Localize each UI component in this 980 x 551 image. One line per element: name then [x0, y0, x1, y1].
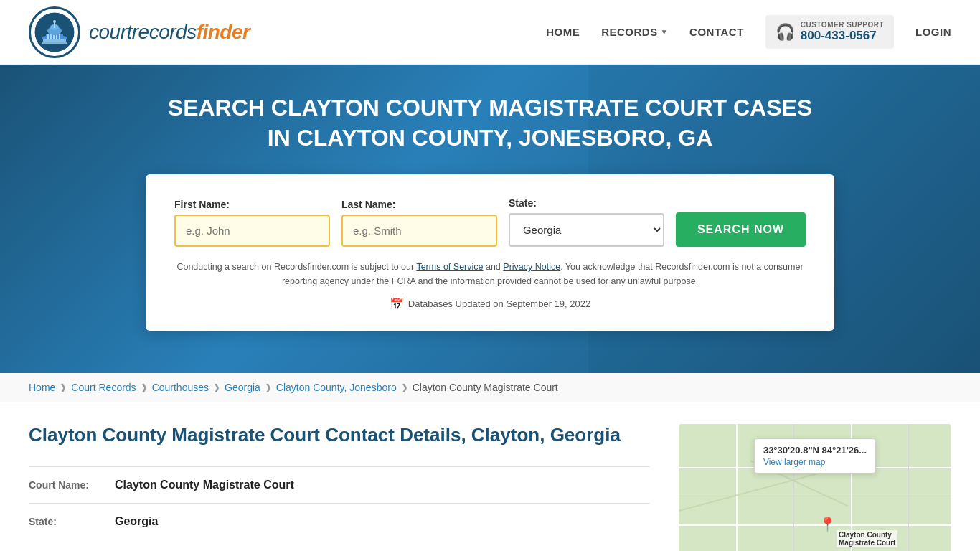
court-name-value: Clayton County Magistrate Court [115, 479, 294, 491]
content-left: Clayton County Magistrate Court Contact … [29, 424, 650, 551]
map-tooltip: 33°30'20.8"N 84°21'26... View larger map [754, 438, 876, 474]
breadcrumb-sep-2: ❱ [141, 382, 148, 392]
svg-rect-10 [54, 22, 55, 28]
page-heading: Clayton County Magistrate Court Contact … [29, 424, 650, 446]
breadcrumb-sep-5: ❱ [401, 382, 408, 392]
breadcrumb-georgia[interactable]: Georgia [225, 382, 260, 393]
nav-home[interactable]: HOME [546, 26, 580, 38]
content-area: Clayton County Magistrate Court Contact … [0, 402, 980, 551]
hero-section: SEARCH CLAYTON COUNTY MAGISTRATE COURT C… [0, 65, 980, 373]
map-larger-link[interactable]: View larger map [763, 457, 867, 467]
breadcrumb-sep-1: ❱ [60, 382, 67, 392]
nav-contact[interactable]: CONTACT [689, 26, 744, 38]
map-container: Clayton State Clayton CountyMagistrate C… [679, 424, 951, 551]
map-coords: 33°30'20.8"N 84°21'26... [763, 445, 867, 456]
svg-rect-4 [50, 34, 52, 39]
map-road-diagonal-2 [679, 473, 817, 512]
logo-area[interactable]: courtrecordsfinder [29, 6, 250, 58]
breadcrumb-county[interactable]: Clayton County, Jonesboro [276, 382, 397, 393]
breadcrumb-current: Clayton County Magistrate Court [413, 382, 558, 393]
first-name-input[interactable] [174, 215, 330, 247]
svg-rect-7 [59, 34, 60, 39]
svg-point-11 [53, 20, 56, 23]
state-detail-value: Georgia [115, 515, 158, 528]
phone-info: CUSTOMER SUPPORT 800-433-0567 [801, 21, 884, 43]
map-background: Clayton State Clayton CountyMagistrate C… [679, 424, 951, 551]
svg-rect-3 [47, 34, 49, 39]
map-road [736, 424, 738, 551]
nav-login[interactable]: LOGIN [915, 26, 951, 38]
breadcrumb-sep-3: ❱ [213, 382, 220, 392]
last-name-group: Last Name: [341, 199, 497, 247]
site-header: courtrecordsfinder HOME RECORDS ▼ CONTAC… [0, 0, 980, 65]
svg-rect-6 [56, 34, 57, 39]
map-road [679, 524, 951, 526]
state-detail-label: State: [29, 516, 108, 527]
state-row: State: Georgia [29, 503, 650, 540]
map-pin-icon: 📍 [819, 516, 837, 533]
search-disclaimer: Conducting a search on Recordsfinder.com… [174, 260, 806, 288]
db-updated: 📅 Databases Updated on September 19, 202… [174, 297, 806, 311]
svg-rect-5 [53, 34, 55, 39]
breadcrumb-sep-4: ❱ [265, 382, 272, 392]
map-label-magistrate: Clayton CountyMagistrate Court [837, 530, 897, 547]
main-nav: HOME RECORDS ▼ CONTACT 🎧 CUSTOMER SUPPOR… [546, 15, 951, 49]
phone-label: CUSTOMER SUPPORT [801, 21, 884, 29]
nav-records[interactable]: RECORDS ▼ [601, 26, 668, 38]
logo-icon [29, 6, 80, 58]
logo-text: courtrecordsfinder [89, 21, 250, 44]
svg-rect-13 [42, 42, 67, 44]
chevron-down-icon: ▼ [661, 28, 668, 36]
search-card: First Name: Last Name: State: Georgia Al… [146, 174, 834, 331]
state-label: State: [509, 197, 664, 209]
phone-number: 800-433-0567 [801, 29, 884, 43]
last-name-label: Last Name: [341, 199, 497, 210]
headset-icon: 🎧 [776, 23, 795, 42]
svg-rect-12 [43, 39, 66, 42]
breadcrumb-court-records[interactable]: Court Records [71, 382, 136, 393]
phone-block[interactable]: 🎧 CUSTOMER SUPPORT 800-433-0567 [765, 15, 894, 49]
calendar-icon: 📅 [390, 297, 404, 311]
last-name-input[interactable] [341, 215, 497, 247]
first-name-label: First Name: [174, 199, 330, 210]
hero-title: SEARCH CLAYTON COUNTY MAGISTRATE COURT C… [167, 93, 813, 153]
tos-link[interactable]: Terms of Service [416, 262, 483, 272]
state-select[interactable]: Georgia Alabama Florida Tennessee [509, 213, 664, 247]
privacy-link[interactable]: Privacy Notice [503, 262, 560, 272]
breadcrumb-courthouses[interactable]: Courthouses [152, 382, 209, 393]
map-road [908, 424, 909, 551]
search-fields: First Name: Last Name: State: Georgia Al… [174, 197, 806, 247]
first-name-group: First Name: [174, 199, 330, 247]
breadcrumb: Home ❱ Court Records ❱ Courthouses ❱ Geo… [0, 373, 980, 402]
map-road [679, 496, 951, 496]
court-name-label: Court Name: [29, 479, 108, 491]
content-right: Clayton State Clayton CountyMagistrate C… [679, 424, 951, 551]
search-button[interactable]: SEARCH NOW [676, 212, 806, 247]
court-name-row: Court Name: Clayton County Magistrate Co… [29, 466, 650, 503]
breadcrumb-home[interactable]: Home [29, 382, 55, 393]
state-group: State: Georgia Alabama Florida Tennessee [509, 197, 664, 247]
